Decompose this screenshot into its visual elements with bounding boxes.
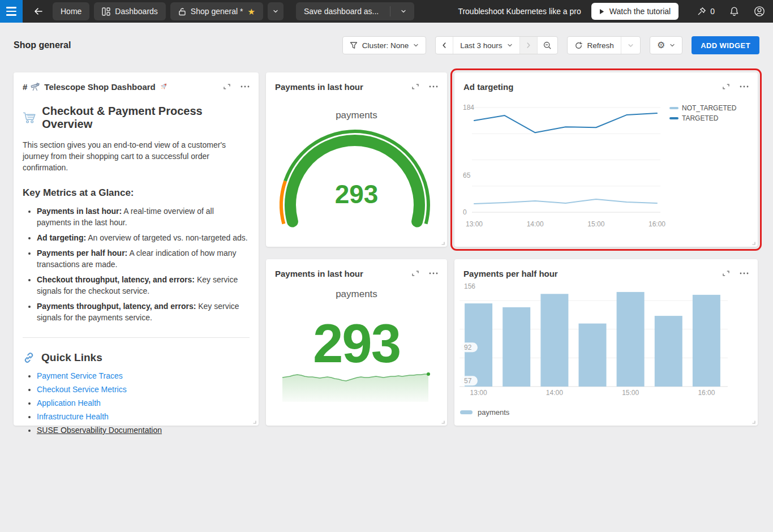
resize-handle[interactable]: [439, 418, 445, 424]
metrics-list: Payments in last hour: A real-time overv…: [23, 205, 250, 323]
user-avatar-button[interactable]: [754, 6, 765, 17]
watch-tutorial-button[interactable]: Watch the tutorial: [591, 3, 678, 20]
add-widget-button[interactable]: ADD WIDGET: [692, 36, 759, 54]
pin-count: 0: [710, 7, 715, 16]
chevron-down-icon: [273, 8, 278, 14]
resize-handle[interactable]: [750, 418, 755, 424]
dashboard-settings-button[interactable]: ⚙: [650, 36, 682, 54]
expand-icon: [223, 83, 231, 91]
home-label: Home: [61, 7, 81, 16]
top-nav: Home Dashboards Shop general * ★ Save da…: [0, 0, 773, 23]
svg-text:14:00: 14:00: [527, 220, 544, 228]
nav-back-button[interactable]: [29, 2, 48, 20]
legend-item[interactable]: payments: [460, 407, 509, 417]
play-icon: [599, 8, 604, 15]
quick-link-item: SUSE Observability Documentation: [37, 426, 250, 435]
nav-tab-home[interactable]: Home: [53, 2, 89, 20]
overview-intro: This section gives you an end-to-end vie…: [23, 139, 249, 173]
nav-tab-dashboards[interactable]: Dashboards: [94, 2, 166, 20]
resize-handle[interactable]: [750, 239, 755, 245]
notifications-button[interactable]: [729, 6, 739, 16]
bar-chart-svg: 156925713:0014:0015:0016:00: [454, 259, 758, 426]
expand-widget-button[interactable]: [219, 80, 235, 93]
widget-payments-number: Payments in last hour payments 293: [266, 259, 447, 426]
shopping-cart-icon: [23, 111, 36, 125]
rocket-icon: [159, 82, 168, 91]
widget-menu-button[interactable]: [237, 80, 253, 93]
refresh-button[interactable]: Refresh: [568, 37, 621, 54]
time-forward-button[interactable]: [519, 37, 537, 54]
resize-handle[interactable]: [439, 239, 445, 245]
avatar-icon: [754, 6, 765, 17]
unlock-icon: [178, 7, 186, 16]
chevron-down-icon: [507, 42, 513, 48]
resize-handle[interactable]: [251, 418, 256, 424]
button-divider: [390, 6, 390, 16]
quick-link-item: Application Health: [37, 399, 250, 407]
svg-text:14:00: 14:00: [546, 389, 563, 397]
bar-chart: 156925713:0014:0015:0016:00 payments: [454, 259, 758, 426]
gauge-chart: payments 293: [266, 72, 447, 247]
pinned-items-button[interactable]: 0: [697, 7, 715, 16]
metric-item: Payments in last hour: A real-time overv…: [37, 205, 250, 228]
zoom-out-icon: [543, 41, 552, 50]
dashboards-icon: [102, 7, 110, 16]
filter-funnel-icon: [350, 41, 358, 49]
svg-text:16:00: 16:00: [698, 389, 715, 397]
svg-text:16:00: 16:00: [649, 220, 665, 228]
quick-link[interactable]: Application Health: [37, 398, 101, 407]
legend-item[interactable]: TARGETED: [669, 113, 736, 123]
quick-link[interactable]: Payment Service Traces: [37, 371, 123, 380]
overview-heading: Checkout & Payment Process Overview: [23, 105, 250, 131]
svg-text:92: 92: [464, 344, 472, 351]
telescope-icon: [31, 82, 41, 91]
save-dashboard-as-button[interactable]: Save dashboard as...: [296, 2, 414, 20]
nav-tab-current-dashboard[interactable]: Shop general * ★: [170, 2, 263, 20]
quick-links-list: Payment Service Traces Checkout Service …: [23, 372, 250, 435]
quick-link-item: Infrastructure Health: [37, 413, 250, 421]
svg-text:15:00: 15:00: [622, 389, 639, 397]
line-chart: 18465013:0014:0015:0016:00 NOT_TARGETEDT…: [454, 72, 758, 247]
quick-links-heading: Quick Links: [23, 351, 250, 364]
cluster-filter-button[interactable]: Cluster: None: [342, 36, 427, 54]
divider: [23, 337, 250, 338]
refresh-interval-dropdown[interactable]: [621, 37, 640, 54]
svg-text:65: 65: [463, 171, 471, 179]
widget-payments-per-half-hour: Payments per half hour 156925713:0014:00…: [454, 259, 758, 426]
page-header: Shop general Cluster: None Last 3 hours: [0, 23, 773, 54]
series-label: payments: [266, 289, 447, 300]
svg-text:13:00: 13:00: [466, 220, 483, 228]
quick-link[interactable]: SUSE Observability Documentation: [37, 426, 162, 435]
chevron-right-icon: [526, 42, 531, 49]
metric-item: Ad targeting: An overview of targeted vs…: [37, 232, 250, 243]
quick-link-item: Payment Service Traces: [37, 372, 250, 380]
widget-ad-targeting: Ad targeting 18465013:0014:0015:0016:00 …: [454, 72, 758, 247]
gauge-svg: [266, 72, 447, 247]
refresh-group: Refresh: [567, 36, 641, 54]
dashboard-tab-dropdown[interactable]: [268, 2, 284, 20]
widget-text-overview: # Telescope Shop Dashboard Checkout & Pa…: [14, 72, 259, 426]
favorite-star-icon[interactable]: ★: [248, 7, 255, 16]
chevron-down-icon[interactable]: [401, 8, 406, 14]
cluster-filter-label: Cluster: None: [362, 41, 409, 50]
line-chart-svg: 18465013:0014:0015:0016:00: [454, 72, 758, 247]
quick-link[interactable]: Infrastructure Health: [37, 412, 109, 421]
number-value: 293: [266, 315, 447, 372]
chart-legend: NOT_TARGETEDTARGETED: [669, 103, 736, 123]
save-as-label: Save dashboard as...: [304, 7, 379, 16]
legend-item[interactable]: NOT_TARGETED: [669, 103, 736, 113]
svg-text:156: 156: [464, 282, 475, 290]
refresh-icon: [574, 41, 583, 50]
ellipsis-icon: [241, 85, 250, 88]
time-range-selector[interactable]: Last 3 hours: [453, 37, 519, 54]
metrics-heading: Key Metrics at a Glance:: [23, 187, 250, 199]
legend-swatch: [669, 117, 678, 119]
svg-text:13:00: 13:00: [470, 389, 487, 397]
svg-text:15:00: 15:00: [587, 220, 604, 228]
time-back-button[interactable]: [436, 37, 453, 54]
chevron-down-icon: [413, 42, 419, 48]
dashboard-grid: # Telescope Shop Dashboard Checkout & Pa…: [14, 72, 759, 426]
zoom-out-time-button[interactable]: [537, 37, 557, 54]
quick-link[interactable]: Checkout Service Metrics: [37, 385, 127, 394]
menu-hamburger-button[interactable]: [0, 0, 23, 23]
